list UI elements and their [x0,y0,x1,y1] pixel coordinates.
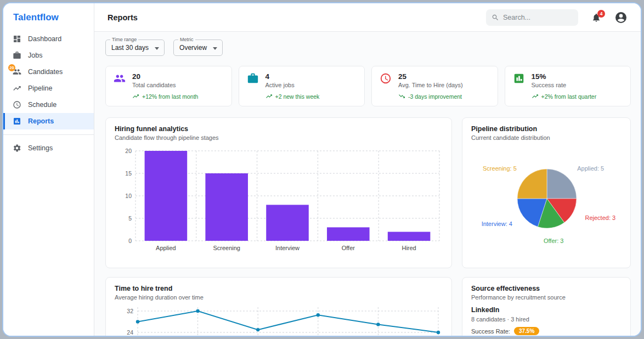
sidebar-item-label: Reports [28,117,54,125]
chart-icon [13,117,21,126]
trend-up-icon [132,93,139,100]
stat-value: 20 [132,72,176,81]
chart-icon [513,72,525,84]
card-subtitle: Performance by recruitment source [471,294,622,301]
people-icon: 20 [13,67,21,76]
svg-text:0: 0 [128,238,132,244]
app-window: Talentflow DashboardJobs20CandidatesPipe… [2,2,642,337]
source-effectiveness-card: Source effectiveness Performance by recr… [462,277,631,336]
sidebar-item-candidates[interactable]: 20Candidates [3,64,94,80]
dashboard-icon [13,35,21,43]
search-input[interactable] [503,14,573,21]
sidebar-item-label: Schedule [28,101,57,109]
sidebar-item-pipeline[interactable]: Pipeline [3,80,94,97]
sidebar-item-schedule[interactable]: Schedule [3,97,94,113]
sidebar-item-dashboard[interactable]: Dashboard [3,31,94,47]
svg-text:5: 5 [128,215,132,222]
sidebar-item-label: Jobs [28,52,42,59]
filters-row: Time range Last 30 days Metric Overview [105,39,631,56]
sidebar-item-label: Settings [28,144,53,152]
main-area: Reports 4 Time range Last 30 d [94,3,641,336]
trend-down-icon [398,93,405,100]
chevron-down-icon [213,47,217,50]
sidebar-item-reports[interactable]: Reports [3,113,94,129]
trend-up-icon [532,93,539,100]
stat-card-success-rate: 15%Success rate+2% from last quarter [505,66,631,106]
page-title: Reports [108,13,138,22]
svg-text:Rejected: 3: Rejected: 3 [585,214,616,221]
stat-card-total-candidates: 20Total candidates+12% from last month [105,66,232,106]
hiring-funnel-bar-chart: 05101520AppliedScreeningInterviewOfferHi… [115,145,443,261]
stat-label: Active jobs [265,82,295,88]
svg-text:Interview: Interview [275,245,300,251]
header-actions: 4 [486,9,628,26]
sidebar: Talentflow DashboardJobs20CandidatesPipe… [3,3,94,336]
charts-row-2: Time to hire trend Average hiring durati… [105,277,631,336]
time-to-hire-line-chart: 3224 [115,305,443,336]
hiring-funnel-card: Hiring funnel analytics Candidate flow t… [105,117,452,268]
stat-label: Success rate [532,82,567,88]
stat-card-avg-time-to-hire-days: 25Avg. Time to Hire (days)-3 days improv… [371,66,498,106]
time-range-select[interactable]: Time range Last 30 days [105,39,165,56]
svg-text:10: 10 [125,193,132,199]
search-icon [492,14,499,21]
search-box[interactable] [486,9,578,26]
stat-value: 25 [398,72,463,81]
time-range-label: Time range [110,37,138,42]
svg-text:32: 32 [127,308,133,314]
stat-trend: +2 new this week [265,93,357,100]
candidates-count-badge: 20 [8,64,15,71]
stat-trend: -3 days improvement [398,93,490,100]
sidebar-item-label: Candidates [28,68,63,76]
card-subtitle: Candidate flow through pipeline stages [115,134,443,141]
sources-list: LinkedIn8 candidates · 3 hiredSuccess Ra… [471,306,622,335]
sidebar-divider [3,134,94,135]
svg-text:Hired: Hired [402,245,416,251]
source-success-rate: Success Rate:37.5% [471,327,622,335]
source-name: LinkedIn [471,306,622,314]
stat-trend: +12% from last month [132,93,224,100]
top-header: Reports 4 [94,3,641,32]
people-icon [114,72,126,84]
svg-text:15: 15 [125,170,132,177]
stats-row: 20Total candidates+12% from last month4A… [105,66,631,106]
stat-trend: +2% from last quarter [532,93,623,100]
sidebar-item-label: Pipeline [28,84,52,92]
pipeline-pie-chart: Applied: 5Rejected: 3Offer: 3Interview: … [471,145,622,252]
notification-badge: 4 [597,10,605,18]
svg-text:Offer: Offer [342,245,355,251]
metric-label: Metric [178,37,195,42]
pipeline-distribution-card: Pipeline distribution Current candidate … [462,117,631,268]
avatar[interactable] [614,11,628,24]
sidebar-item-jobs[interactable]: Jobs [3,47,94,64]
card-subtitle: Average hiring duration over time [115,294,443,301]
svg-text:20: 20 [125,148,132,154]
time-range-value: Last 30 days [111,44,149,52]
trend-up-icon [265,93,273,100]
svg-text:Applied: Applied [156,245,176,251]
notifications-button[interactable]: 4 [591,13,601,22]
briefcase-icon [247,72,259,84]
card-title: Pipeline distribution [471,125,622,133]
briefcase-icon [13,51,21,60]
app-logo: Talentflow [3,3,94,31]
svg-text:Interview: 4: Interview: 4 [482,221,512,227]
svg-text:Applied: 5: Applied: 5 [577,165,604,172]
sidebar-item-settings[interactable]: Settings [3,140,94,156]
clock-icon [380,72,392,84]
svg-text:Offer: 3: Offer: 3 [544,238,563,244]
svg-text:Screening: 5: Screening: 5 [483,165,517,172]
gear-icon [13,144,21,152]
sidebar-nav: DashboardJobs20CandidatesPipelineSchedul… [3,31,94,156]
charts-row-1: Hiring funnel analytics Candidate flow t… [105,117,631,268]
chevron-down-icon [155,47,159,50]
stat-value: 15% [532,72,567,81]
stat-card-active-jobs: 4Active jobs+2 new this week [239,66,365,106]
metric-select[interactable]: Metric Overview [173,39,223,56]
trend-icon [13,84,21,93]
time-to-hire-card: Time to hire trend Average hiring durati… [105,277,452,336]
metric-value: Overview [179,44,207,52]
source-item: LinkedIn8 candidates · 3 hiredSuccess Ra… [471,306,622,335]
source-detail: 8 candidates · 3 hired [471,316,622,323]
content-area: Time range Last 30 days Metric Overview … [94,32,641,336]
